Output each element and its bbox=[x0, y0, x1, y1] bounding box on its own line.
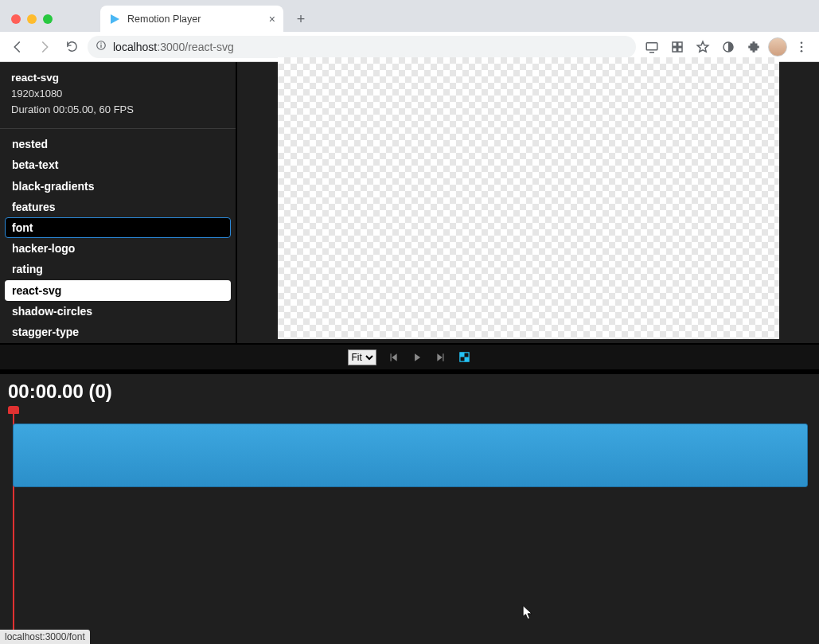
skip-end-icon[interactable] bbox=[434, 350, 448, 365]
zoom-select[interactable]: Fit bbox=[348, 349, 376, 365]
composition-item-features[interactable]: features bbox=[5, 197, 231, 217]
status-bar: localhost:3000/font bbox=[0, 630, 90, 644]
back-button[interactable] bbox=[6, 36, 29, 58]
composition-item-react-svg[interactable]: react-svg bbox=[5, 280, 231, 301]
composition-item-stagger-type[interactable]: stagger-type bbox=[5, 322, 231, 342]
sidebar: react-svg 1920x1080 Duration 00:05.00, 6… bbox=[0, 62, 237, 343]
url-text: localhost:3000/react-svg bbox=[113, 41, 234, 53]
play-icon[interactable] bbox=[410, 350, 424, 365]
tab-favicon bbox=[108, 13, 121, 25]
canvas-wrap bbox=[237, 62, 819, 343]
svg-rect-4 bbox=[646, 42, 657, 49]
reload-button[interactable] bbox=[60, 36, 83, 58]
composition-item-shadow-circles[interactable]: shadow-circles bbox=[5, 301, 231, 322]
tab-title: Remotion Player bbox=[127, 14, 263, 25]
menu-icon[interactable] bbox=[790, 36, 813, 58]
svg-rect-3 bbox=[100, 43, 101, 44]
timecode: 00:00.00 (0) bbox=[0, 374, 819, 406]
composition-item-hacker-logo[interactable]: hacker-logo bbox=[5, 238, 231, 259]
maximize-window-button[interactable] bbox=[43, 14, 53, 24]
composition-list[interactable]: nestedbeta-textblack-gradientsfeaturesfo… bbox=[0, 128, 236, 343]
reader-icon[interactable] bbox=[717, 36, 739, 58]
transparency-toggle-icon[interactable] bbox=[458, 350, 472, 365]
profile-avatar[interactable] bbox=[768, 37, 787, 57]
composition-duration: Duration 00:05.00, 60 FPS bbox=[11, 102, 224, 118]
composition-meta: react-svg 1920x1080 Duration 00:05.00, 6… bbox=[0, 62, 236, 128]
site-info-icon[interactable] bbox=[96, 40, 107, 53]
svg-point-12 bbox=[801, 49, 803, 52]
preview-panel bbox=[237, 62, 819, 343]
svg-point-10 bbox=[801, 41, 803, 44]
timeline-track[interactable] bbox=[13, 423, 808, 487]
screen-icon[interactable] bbox=[641, 36, 663, 58]
close-window-button[interactable] bbox=[11, 14, 21, 24]
svg-rect-7 bbox=[673, 47, 677, 51]
browser-tab[interactable]: Remotion Player × bbox=[100, 6, 283, 32]
tab-close-icon[interactable]: × bbox=[269, 14, 275, 25]
remotion-app: react-svg 1920x1080 Duration 00:05.00, 6… bbox=[0, 62, 819, 644]
svg-marker-0 bbox=[111, 14, 119, 24]
star-icon[interactable] bbox=[692, 36, 714, 58]
svg-rect-8 bbox=[678, 47, 682, 51]
svg-rect-15 bbox=[465, 357, 470, 362]
svg-rect-14 bbox=[460, 353, 465, 357]
grid-icon[interactable] bbox=[666, 36, 688, 58]
composition-item-nested[interactable]: nested bbox=[5, 134, 231, 154]
composition-dimensions: 1920x1080 bbox=[11, 86, 224, 102]
composition-item-rating[interactable]: rating bbox=[5, 259, 231, 279]
svg-point-11 bbox=[801, 45, 803, 48]
skip-start-icon[interactable] bbox=[386, 350, 400, 365]
timeline[interactable]: 00:00.00 (0) localhost:3000/font bbox=[0, 369, 819, 644]
composition-item-tiles[interactable]: tiles bbox=[5, 342, 231, 343]
svg-rect-2 bbox=[100, 45, 101, 48]
browser-tab-bar: Remotion Player × + bbox=[0, 0, 819, 32]
preview-canvas[interactable] bbox=[278, 57, 779, 339]
composition-name: react-svg bbox=[11, 70, 224, 86]
window-controls bbox=[11, 14, 53, 24]
minimize-window-button[interactable] bbox=[27, 14, 37, 24]
composition-item-black-gradients[interactable]: black-gradients bbox=[5, 176, 231, 197]
forward-button[interactable] bbox=[33, 36, 56, 58]
toolbar-right-icons bbox=[641, 36, 813, 58]
composition-item-font[interactable]: font bbox=[5, 217, 231, 238]
svg-rect-6 bbox=[678, 42, 682, 46]
composition-item-beta-text[interactable]: beta-text bbox=[5, 154, 231, 175]
new-tab-button[interactable]: + bbox=[290, 8, 312, 30]
extensions-icon[interactable] bbox=[743, 36, 765, 58]
svg-rect-5 bbox=[673, 42, 677, 46]
player-controls: Fit bbox=[0, 344, 819, 369]
url-bar[interactable]: localhost:3000/react-svg bbox=[88, 36, 636, 58]
